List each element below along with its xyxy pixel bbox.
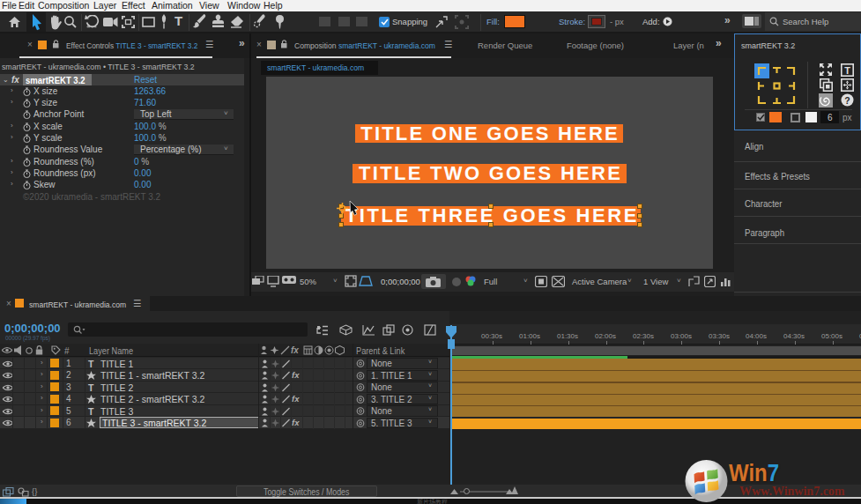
svg-text:?: ?	[844, 95, 850, 106]
svg-text:fx: fx	[291, 345, 299, 355]
svg-text:T: T	[844, 65, 850, 76]
